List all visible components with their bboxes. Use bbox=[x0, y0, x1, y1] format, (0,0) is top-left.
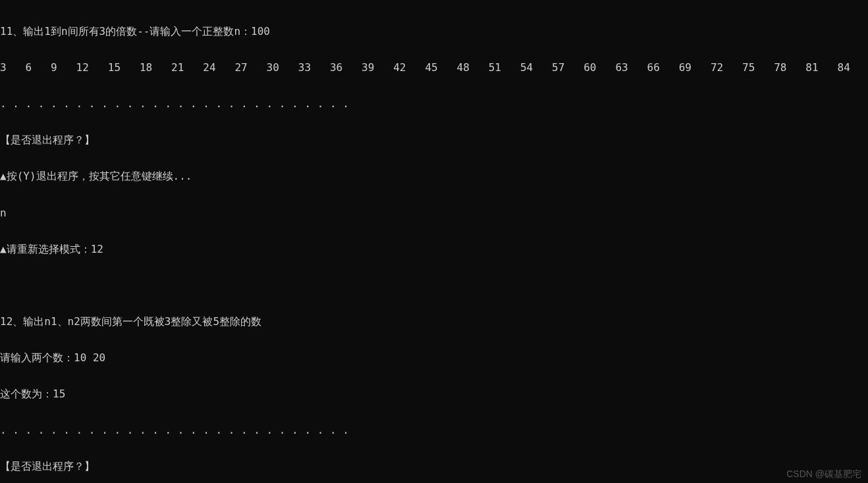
output-line: 3 6 9 12 15 18 21 24 27 30 33 36 39 42 4… bbox=[0, 62, 868, 74]
output-line bbox=[0, 280, 868, 292]
terminal-output[interactable]: 11、输出1到n间所有3的倍数--请输入一个正整数n：100 3 6 9 12 … bbox=[0, 1, 868, 483]
output-line: ▲按(Y)退出程序，按其它任意键继续... bbox=[0, 170, 868, 182]
output-line: 【是否退出程序？】 bbox=[0, 461, 868, 472]
output-line: 12、输出n1、n2两数间第一个既被3整除又被5整除的数 bbox=[0, 316, 868, 328]
output-line: . . . . . . . . . . . . . . . . . . . . … bbox=[0, 424, 868, 436]
output-line: ▲请重新选择模式：12 bbox=[0, 243, 868, 255]
watermark-text: CSDN @碳基肥宅 bbox=[786, 469, 861, 479]
output-line: n bbox=[0, 207, 868, 219]
output-line: . . . . . . . . . . . . . . . . . . . . … bbox=[0, 98, 868, 110]
output-line: 请输入两个数：10 20 bbox=[0, 352, 868, 364]
output-line: 11、输出1到n间所有3的倍数--请输入一个正整数n：100 bbox=[0, 26, 868, 38]
output-line: 【是否退出程序？】 bbox=[0, 134, 868, 146]
output-line: 这个数为：15 bbox=[0, 388, 868, 400]
